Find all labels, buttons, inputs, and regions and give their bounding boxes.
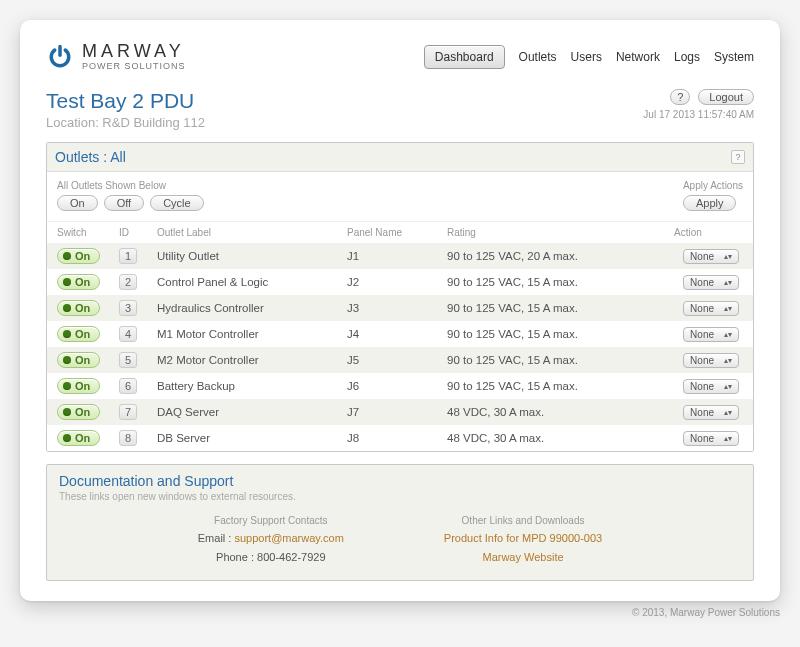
bulk-off-button[interactable]: Off	[104, 195, 144, 211]
nav-link-users[interactable]: Users	[571, 50, 602, 64]
outlets-panel-head: Outlets : All ?	[47, 143, 753, 172]
col-rating: Rating	[447, 227, 637, 238]
nav-link-network[interactable]: Network	[616, 50, 660, 64]
panel-help-icon[interactable]: ?	[731, 150, 745, 164]
support-phone: 800-462-7929	[257, 551, 326, 563]
email-label: Email :	[198, 532, 235, 544]
switch-label: On	[75, 250, 90, 262]
outlet-switch[interactable]: On	[57, 274, 100, 290]
outlet-label: Utility Outlet	[157, 250, 347, 262]
outlet-id-chip[interactable]: 5	[119, 352, 137, 368]
outlet-action-select[interactable]: None▴▾	[683, 301, 739, 316]
table-row: On3Hydraulics ControllerJ390 to 125 VAC,…	[47, 295, 753, 321]
app-card: MARWAY POWER SOLUTIONS Dashboard Outlets…	[20, 20, 780, 601]
outlet-label: Control Panel & Logic	[157, 276, 347, 288]
chevron-up-down-icon: ▴▾	[724, 434, 732, 443]
support-contacts-header: Factory Support Contacts	[198, 512, 344, 529]
chevron-up-down-icon: ▴▾	[724, 382, 732, 391]
switch-label: On	[75, 354, 90, 366]
help-button[interactable]: ?	[670, 89, 690, 105]
outlet-rating: 90 to 125 VAC, 15 A max.	[447, 276, 637, 288]
table-row: On7DAQ ServerJ748 VDC, 30 A max.None▴▾	[47, 399, 753, 425]
action-select-value: None	[690, 433, 714, 444]
col-panel: Panel Name	[347, 227, 447, 238]
outlet-action-select[interactable]: None▴▾	[683, 353, 739, 368]
chevron-up-down-icon: ▴▾	[724, 356, 732, 365]
action-select-value: None	[690, 251, 714, 262]
support-email-link[interactable]: support@marway.com	[234, 532, 343, 544]
outlet-switch[interactable]: On	[57, 300, 100, 316]
outlet-action-select[interactable]: None▴▾	[683, 379, 739, 394]
power-on-dot-icon	[63, 408, 71, 416]
table-row: On8DB ServerJ848 VDC, 30 A max.None▴▾	[47, 425, 753, 451]
outlet-panel-name: J7	[347, 406, 447, 418]
action-select-value: None	[690, 277, 714, 288]
bulk-cycle-button[interactable]: Cycle	[150, 195, 204, 211]
outlet-action-select[interactable]: None▴▾	[683, 431, 739, 446]
power-on-dot-icon	[63, 304, 71, 312]
outlet-id-chip[interactable]: 8	[119, 430, 137, 446]
apply-caption: Apply Actions	[683, 180, 743, 191]
product-info-link[interactable]: Product Info for MPD 99000-003	[444, 532, 602, 544]
col-id: ID	[119, 227, 157, 238]
switch-label: On	[75, 380, 90, 392]
outlet-id-chip[interactable]: 6	[119, 378, 137, 394]
outlet-panel-name: J8	[347, 432, 447, 444]
col-switch: Switch	[57, 227, 119, 238]
power-on-dot-icon	[63, 278, 71, 286]
outlet-label: M1 Motor Controller	[157, 328, 347, 340]
nav-link-logs[interactable]: Logs	[674, 50, 700, 64]
brand-tagline: POWER SOLUTIONS	[82, 62, 186, 71]
outlet-rating: 48 VDC, 30 A max.	[447, 432, 637, 444]
outlet-id-chip[interactable]: 7	[119, 404, 137, 420]
power-on-dot-icon	[63, 330, 71, 338]
outlet-rating: 90 to 125 VAC, 20 A max.	[447, 250, 637, 262]
outlet-switch[interactable]: On	[57, 430, 100, 446]
nav-dashboard-button[interactable]: Dashboard	[424, 45, 505, 69]
logout-button[interactable]: Logout	[698, 89, 754, 105]
outlet-switch[interactable]: On	[57, 248, 100, 264]
chevron-up-down-icon: ▴▾	[724, 408, 732, 417]
outlet-id-chip[interactable]: 4	[119, 326, 137, 342]
outlets-panel-title: Outlets : All	[55, 149, 126, 165]
brand-name: MARWAY	[82, 42, 186, 60]
brand: MARWAY POWER SOLUTIONS	[46, 42, 186, 71]
outlet-id-chip[interactable]: 3	[119, 300, 137, 316]
outlet-rating: 90 to 125 VAC, 15 A max.	[447, 354, 637, 366]
bulk-on-button[interactable]: On	[57, 195, 98, 211]
action-select-value: None	[690, 381, 714, 392]
action-select-value: None	[690, 355, 714, 366]
page-location: Location: R&D Building 112	[46, 115, 205, 130]
nav-link-outlets[interactable]: Outlets	[519, 50, 557, 64]
outlet-panel-name: J1	[347, 250, 447, 262]
outlet-panel-name: J2	[347, 276, 447, 288]
nav-link-system[interactable]: System	[714, 50, 754, 64]
outlet-action-select[interactable]: None▴▾	[683, 405, 739, 420]
outlet-switch[interactable]: On	[57, 326, 100, 342]
copyright-footer: © 2013, Marway Power Solutions	[20, 607, 780, 618]
table-row: On6Battery BackupJ690 to 125 VAC, 15 A m…	[47, 373, 753, 399]
switch-label: On	[75, 432, 90, 444]
outlet-action-select[interactable]: None▴▾	[683, 275, 739, 290]
power-on-dot-icon	[63, 434, 71, 442]
outlet-switch[interactable]: On	[57, 404, 100, 420]
outlet-id-chip[interactable]: 2	[119, 274, 137, 290]
apply-button[interactable]: Apply	[683, 195, 737, 211]
marway-website-link[interactable]: Marway Website	[482, 551, 563, 563]
outlet-panel-name: J5	[347, 354, 447, 366]
outlet-label: Battery Backup	[157, 380, 347, 392]
chevron-up-down-icon: ▴▾	[724, 278, 732, 287]
outlet-switch[interactable]: On	[57, 352, 100, 368]
power-on-dot-icon	[63, 356, 71, 364]
page-title: Test Bay 2 PDU	[46, 89, 205, 113]
outlet-id-chip[interactable]: 1	[119, 248, 137, 264]
outlet-action-select[interactable]: None▴▾	[683, 327, 739, 342]
action-select-value: None	[690, 407, 714, 418]
switch-label: On	[75, 276, 90, 288]
outlet-action-select[interactable]: None▴▾	[683, 249, 739, 264]
outlet-label: DAQ Server	[157, 406, 347, 418]
action-select-value: None	[690, 303, 714, 314]
outlet-switch[interactable]: On	[57, 378, 100, 394]
outlet-rating: 48 VDC, 30 A max.	[447, 406, 637, 418]
title-row: Test Bay 2 PDU Location: R&D Building 11…	[46, 89, 754, 130]
